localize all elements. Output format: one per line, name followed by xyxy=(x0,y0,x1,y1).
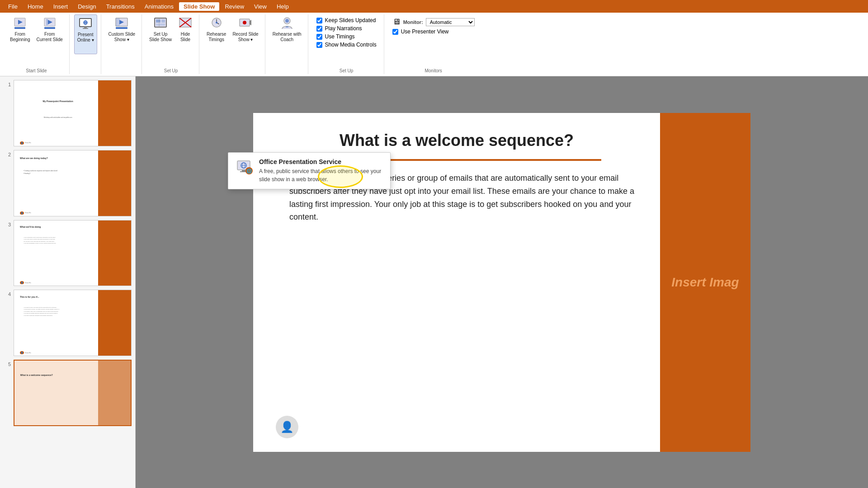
slide-thumb-row-3: 3 What we'll be doing • You'll understan… xyxy=(4,220,132,286)
svg-rect-6 xyxy=(46,19,48,25)
svg-rect-13 xyxy=(83,28,88,29)
menu-design[interactable]: Design xyxy=(73,2,100,11)
svg-point-32 xyxy=(243,21,246,24)
slide-num-1: 1 xyxy=(4,80,11,87)
setup-group-label: Set Up xyxy=(146,66,195,74)
monitor-icon: 🖥 xyxy=(392,17,401,27)
custom-show-icon xyxy=(114,16,129,31)
rehearse-coach-label: Rehearse withCoach xyxy=(273,32,302,42)
slide-title: What is a welcome sequence? xyxy=(276,131,637,150)
slide-thumb-row-4: 4 This is for you if... • You want to gr… xyxy=(4,290,132,356)
svg-rect-17 xyxy=(116,18,120,26)
dropdown-description: A free, public service that allows other… xyxy=(259,167,383,183)
svg-marker-31 xyxy=(250,20,251,25)
show-media-controls-check[interactable]: Show Media Controls xyxy=(316,42,377,48)
menu-file[interactable]: File xyxy=(4,2,22,11)
menu-help[interactable]: Help xyxy=(272,2,293,11)
from-current-slide-label: FromCurrent Slide xyxy=(36,32,62,42)
play-narrations-label: Play Narrations xyxy=(325,25,362,32)
svg-rect-21 xyxy=(161,19,165,23)
menu-bar: File Home Insert Design Transitions Anim… xyxy=(0,0,868,13)
use-presenter-view-input[interactable] xyxy=(392,29,398,35)
present-online-dropdown: 🌐 Office Presentation Service A free, pu… xyxy=(228,152,391,189)
keep-slides-updated-input[interactable] xyxy=(316,18,322,23)
svg-rect-35 xyxy=(286,26,288,28)
slide-thumb-row-5: 5 What is a welcome sequence? xyxy=(4,360,132,426)
menu-insert[interactable]: Insert xyxy=(49,2,73,11)
ribbon-group-rehearse: RehearseTimings Record SlideShow ▾ xyxy=(200,14,265,74)
svg-rect-40 xyxy=(242,170,245,171)
use-timings-label: Use Timings xyxy=(325,33,355,40)
slide-thumb-4[interactable]: This is for you if... • You want to grow… xyxy=(14,290,132,356)
ribbon-group-present-online: PresentOnline ▾ xyxy=(71,14,101,74)
play-narrations-input[interactable] xyxy=(316,26,322,32)
show-media-controls-input[interactable] xyxy=(316,42,322,48)
hide-slide-button[interactable]: HideSlide xyxy=(175,14,195,54)
ribbon-group-start-slide: FromBeginning FromCurrent Slide Set Up xyxy=(4,14,70,74)
slide-thumb-1[interactable]: My Powerpoint Presentation Workshop with… xyxy=(14,80,132,146)
from-current-slide-button[interactable]: FromCurrent Slide xyxy=(33,14,65,54)
play-icon xyxy=(13,16,27,31)
record-slide-show-button[interactable]: Record SlideShow ▾ xyxy=(230,14,261,54)
slide-right-panel: Insert Imag xyxy=(660,113,750,452)
keep-slides-updated-check[interactable]: Keep Slides Updated xyxy=(316,17,377,23)
slide-thumb-5[interactable]: What is a welcome sequence? xyxy=(14,360,132,426)
slide-num-2: 2 xyxy=(4,150,11,157)
dropdown-text-area: Office Presentation Service A free, publ… xyxy=(259,158,383,183)
slide-thumbnails: 1 My Powerpoint Presentation Workshop wi… xyxy=(0,76,136,488)
custom-slide-show-button[interactable]: Custom SlideShow ▾ xyxy=(106,14,138,54)
svg-rect-5 xyxy=(44,27,55,29)
main-canvas: What is a welcome sequence? A welcome se… xyxy=(136,76,868,488)
menu-slideshow[interactable]: Slide Show xyxy=(179,2,219,11)
use-presenter-view-check[interactable]: Use Presenter View xyxy=(392,28,475,35)
ribbon-group-monitor: 🖥 Monitor: Automatic Primary Monitor Use… xyxy=(385,14,482,74)
slide-thumb-3[interactable]: What we'll be doing • You'll understand … xyxy=(14,220,132,286)
monitors-group-label: Monitors xyxy=(389,66,478,74)
menu-view[interactable]: View xyxy=(250,2,271,11)
from-beginning-label: FromBeginning xyxy=(10,32,30,42)
monitor-label: Monitor: xyxy=(403,19,423,25)
menu-transitions[interactable]: Transitions xyxy=(102,2,139,11)
ribbon-group-custom-show: Custom SlideShow ▾ xyxy=(102,14,142,74)
use-presenter-view-label: Use Presenter View xyxy=(401,28,449,35)
setup-slideshow-button[interactable]: Set UpSlide Show xyxy=(146,14,175,54)
present-online-label: PresentOnline ▾ xyxy=(77,32,94,43)
rehearse-icon xyxy=(209,16,224,31)
rehearse-coach-button[interactable]: Rehearse withCoach xyxy=(270,14,304,54)
play-narrations-check[interactable]: Play Narrations xyxy=(316,25,377,32)
svg-rect-2 xyxy=(14,27,25,29)
ribbon-group-setup: Set UpSlide Show HideSlide Set Up xyxy=(143,14,199,74)
monitor-select[interactable]: Automatic Primary Monitor xyxy=(426,18,475,26)
keep-slides-updated-label: Keep Slides Updated xyxy=(325,17,376,23)
use-timings-input[interactable] xyxy=(316,34,322,40)
coach-icon xyxy=(280,16,294,31)
present-online-button[interactable]: PresentOnline ▾ xyxy=(74,14,97,54)
svg-rect-20 xyxy=(156,19,160,23)
slide-num-4: 4 xyxy=(4,290,11,297)
setup-icon xyxy=(153,16,168,31)
play-current-icon xyxy=(42,16,57,31)
setup-group-label2: Set Up xyxy=(313,66,380,74)
present-online-icon xyxy=(78,17,93,31)
svg-point-34 xyxy=(285,19,289,23)
menu-review[interactable]: Review xyxy=(220,2,249,11)
record-slide-show-label: Record SlideShow ▾ xyxy=(232,32,258,42)
slide-thumb-row-2: 2 What are we doing today? • Creating a … xyxy=(4,150,132,216)
slide-panel: 1 My Powerpoint Presentation Workshop wi… xyxy=(0,76,868,488)
custom-slide-show-label: Custom SlideShow ▾ xyxy=(108,32,135,42)
svg-point-29 xyxy=(216,22,217,23)
slide-num-5: 5 xyxy=(4,360,11,367)
dropdown-title: Office Presentation Service xyxy=(259,158,383,165)
menu-home[interactable]: Home xyxy=(23,2,48,11)
slide-thumb-2[interactable]: What are we doing today? • Creating a we… xyxy=(14,150,132,216)
svg-text:🌐: 🌐 xyxy=(246,168,252,174)
svg-rect-22 xyxy=(156,23,165,26)
rehearse-timings-button[interactable]: RehearseTimings xyxy=(204,14,229,54)
ribbon: FromBeginning FromCurrent Slide Set Up xyxy=(0,13,868,76)
svg-rect-16 xyxy=(116,27,127,29)
menu-animations[interactable]: Animations xyxy=(140,2,178,11)
slide-thumb-row-1: 1 My Powerpoint Presentation Workshop wi… xyxy=(4,80,132,146)
ribbon-group-checkboxes: Keep Slides Updated Play Narrations Use … xyxy=(309,14,384,74)
from-beginning-button[interactable]: FromBeginning xyxy=(7,14,33,54)
use-timings-check[interactable]: Use Timings xyxy=(316,33,377,40)
